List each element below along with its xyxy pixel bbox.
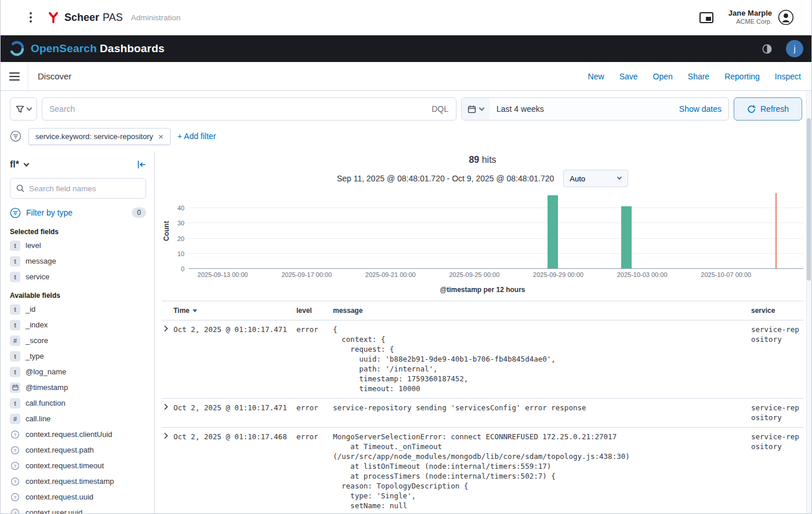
cell-message: MongoServerSelectionError: connect ECONN… xyxy=(333,432,751,511)
histogram-plot xyxy=(188,193,803,269)
field-item[interactable]: ? context.request.timestamp xyxy=(10,473,146,489)
interval-select[interactable]: Auto xyxy=(563,170,628,187)
histogram-bar[interactable] xyxy=(548,195,558,268)
field-item[interactable]: t service xyxy=(10,269,146,285)
brand-suffix: PAS xyxy=(103,12,123,24)
window-overlay-icon[interactable] xyxy=(699,12,713,23)
cell-message: { context: { request: { uuid: 'b88e2b91-… xyxy=(333,325,751,393)
field-type-unknown-icon: ? xyxy=(10,492,20,502)
column-header-time[interactable]: Time xyxy=(173,307,190,315)
field-item[interactable]: ? context.request.timeout xyxy=(10,458,146,473)
expand-document-button[interactable] xyxy=(162,432,169,439)
user-info: Jane Marple ACME Corp. xyxy=(728,9,772,26)
field-item[interactable]: t _id xyxy=(10,301,146,317)
gridline xyxy=(188,223,803,223)
search-box: DQL xyxy=(42,97,456,121)
svg-text:?: ? xyxy=(14,448,17,453)
index-pattern-name: fl* xyxy=(10,159,19,170)
nav-action-new[interactable]: New xyxy=(588,72,604,81)
cell-service: service-repository xyxy=(751,432,803,511)
column-header-level[interactable]: level xyxy=(296,307,333,315)
field-type-number-icon: # xyxy=(10,336,20,346)
add-filter-button[interactable]: + Add filter xyxy=(177,132,216,141)
field-item[interactable]: ? context.request.path xyxy=(10,442,146,458)
saved-query-menu-button[interactable] xyxy=(10,97,37,121)
nav-action-reporting[interactable]: Reporting xyxy=(724,72,760,81)
y-axis-title: Count xyxy=(162,193,171,269)
osd-product-name: OpenSearch xyxy=(31,42,97,54)
search-input[interactable] xyxy=(42,104,424,114)
field-type-text-icon: t xyxy=(10,304,20,315)
field-type-text-icon: t xyxy=(10,320,20,330)
gridline xyxy=(188,268,803,269)
svg-text:?: ? xyxy=(14,479,17,484)
cell-level: error xyxy=(296,325,333,393)
nav-action-open[interactable]: Open xyxy=(653,72,673,81)
y-tick-label: 20 xyxy=(177,235,184,242)
date-range-value[interactable]: Last 4 weeks xyxy=(490,104,672,114)
documents-table: Time level message service Oct 2, 2025 @… xyxy=(162,301,803,513)
filter-options-icon[interactable] xyxy=(10,130,21,142)
column-header-service[interactable]: service xyxy=(751,307,803,315)
nav-action-share[interactable]: Share xyxy=(688,72,709,81)
remove-filter-icon[interactable]: × xyxy=(158,132,164,141)
query-language-button[interactable]: DQL xyxy=(424,98,456,120)
cell-time: Oct 2, 2025 @ 01:10:17.471 xyxy=(173,403,296,422)
user-avatar-badge[interactable]: j xyxy=(786,40,803,57)
histogram-bar[interactable] xyxy=(621,206,632,268)
x-tick-label: 2025-09-17 00:00 xyxy=(281,271,332,278)
field-item[interactable]: # _score xyxy=(10,333,146,348)
field-type-number-icon: # xyxy=(10,414,20,424)
field-item[interactable]: # call.line xyxy=(10,411,146,426)
column-header-message[interactable]: message xyxy=(333,307,751,315)
nav-menu-button[interactable] xyxy=(1,62,28,90)
app-menu-icon[interactable] xyxy=(30,12,32,23)
user-avatar-icon[interactable] xyxy=(778,9,794,25)
expand-document-button[interactable] xyxy=(162,403,169,410)
field-type-text-icon: t xyxy=(10,398,20,409)
svg-text:?: ? xyxy=(14,464,17,469)
cell-time: Oct 2, 2025 @ 01:10:17.468 xyxy=(173,432,296,511)
filter-by-type-button[interactable]: Filter by type 0 xyxy=(10,205,146,221)
refresh-button[interactable]: Refresh xyxy=(734,97,802,121)
nav-action-inspect[interactable]: Inspect xyxy=(775,72,801,81)
opensearch-logo-icon xyxy=(9,41,25,57)
sort-desc-icon[interactable] xyxy=(193,309,197,315)
show-dates-button[interactable]: Show dates xyxy=(672,104,728,114)
expand-document-button[interactable] xyxy=(162,325,169,332)
scrollbar-thumb[interactable] xyxy=(807,118,811,280)
field-item[interactable]: t _index xyxy=(10,317,146,333)
nav-action-save[interactable]: Save xyxy=(619,72,638,81)
refresh-label: Refresh xyxy=(760,104,789,114)
field-item[interactable]: @timestamp xyxy=(10,380,146,395)
theme-toggle-icon[interactable] xyxy=(762,44,772,54)
cell-time: Oct 2, 2025 @ 01:10:17.471 xyxy=(173,325,296,393)
y-axis-ticks: 010203040 xyxy=(171,193,188,269)
vertical-scrollbar[interactable] xyxy=(806,92,811,513)
collapse-sidebar-icon[interactable] xyxy=(137,160,146,169)
field-type-date-icon xyxy=(10,382,20,393)
field-item[interactable]: t message xyxy=(10,253,146,269)
date-quick-select-button[interactable] xyxy=(462,98,490,120)
field-item[interactable]: t _type xyxy=(10,348,146,364)
filter-pill[interactable]: service.keyword: service-repository × xyxy=(28,128,171,145)
hamburger-icon xyxy=(9,72,20,81)
field-type-text-icon: t xyxy=(10,367,20,377)
brand-name: Scheer xyxy=(64,12,99,24)
field-search-input[interactable] xyxy=(29,184,140,193)
field-item[interactable]: t call.function xyxy=(10,395,146,411)
index-pattern-selector[interactable]: fl* xyxy=(10,159,28,170)
field-item[interactable]: ? context.request.uuid xyxy=(10,489,146,505)
user-name: Jane Marple xyxy=(728,9,772,18)
field-item[interactable]: t @log_name xyxy=(10,364,146,380)
user-org: ACME Corp. xyxy=(728,18,772,26)
field-item[interactable]: ? context.user.uuid xyxy=(10,505,146,513)
field-item[interactable]: t level xyxy=(10,238,146,253)
osd-product-title: OpenSearchDashboards xyxy=(31,42,165,55)
field-type-unknown-icon: ? xyxy=(10,445,20,455)
query-bar: DQL Last 4 weeks Show dates Refresh xyxy=(1,91,811,127)
field-item[interactable]: ? context.request.clientUuid xyxy=(10,426,146,442)
y-tick-label: 10 xyxy=(177,250,184,257)
chevron-down-icon xyxy=(24,161,30,166)
osd-header: OpenSearchDashboards j xyxy=(1,35,811,62)
